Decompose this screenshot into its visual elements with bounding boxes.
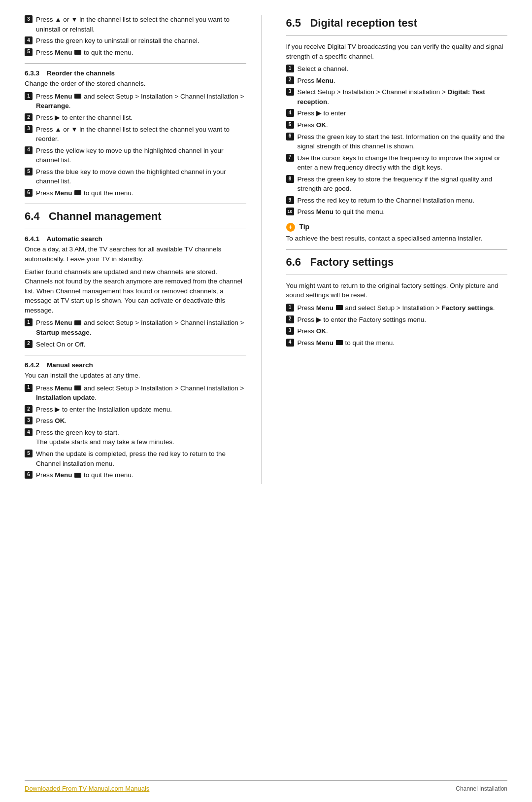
- step-text: Press ▲ or ▼ in the channel list to sele…: [36, 15, 246, 34]
- step-text: Press Menu and select Setup > Installati…: [36, 318, 246, 337]
- menu-icon: [74, 320, 81, 325]
- list-item: 4 Press the green key to start.The updat…: [25, 428, 246, 447]
- right-column: 6.5 Digital reception test If you receiv…: [281, 15, 508, 484]
- step-number: 4: [25, 146, 33, 154]
- list-item: 5 Press the blue key to move down the hi…: [25, 167, 246, 186]
- step-number: 5: [286, 121, 294, 129]
- list-item: 9 Press the red key to return to the Cha…: [286, 196, 508, 206]
- section-65-steps: 1 Select a channel. 2 Press Menu. 3 Sele…: [286, 64, 508, 217]
- menu-icon: [74, 94, 81, 99]
- step-text: Press ▶ to enter: [298, 108, 508, 118]
- tip-label: Tip: [299, 223, 309, 231]
- step-text: Press Menu to quit the menu.: [36, 470, 246, 480]
- step-text: Press Menu to quit the menu.: [298, 207, 508, 217]
- section-65-para: If you receive Digital TV broadcasting y…: [286, 42, 508, 61]
- step-number: 2: [286, 315, 294, 323]
- list-item: 3 Press OK.: [286, 326, 508, 336]
- list-item: 6 Press Menu to quit the menu.: [25, 188, 246, 198]
- menu-icon: [74, 190, 81, 195]
- step-text: Press the green key to store the frequen…: [298, 174, 508, 194]
- list-item: 4 Press the yellow key to move up the hi…: [25, 146, 246, 165]
- step-text: Press the green key to uninstall or rein…: [36, 36, 246, 46]
- menu-icon: [336, 305, 343, 310]
- list-item: 2 Press ▶ to enter the Installation upda…: [25, 405, 246, 415]
- section-65-heading: 6.5 Digital reception test: [286, 17, 508, 30]
- step-text: Press OK.: [36, 416, 246, 426]
- list-item: 2 Select On or Off.: [25, 340, 246, 349]
- divider: [286, 275, 508, 275]
- step-number: 5: [25, 48, 33, 56]
- section-633-title: 6.3.3 Reorder the channels: [25, 70, 246, 77]
- step-number: 3: [25, 15, 33, 23]
- step-number: 5: [25, 450, 33, 457]
- step-number: 1: [286, 65, 294, 72]
- step-number: 3: [286, 88, 294, 96]
- step-text: Press the red key to return to the Chann…: [298, 196, 508, 206]
- list-item: 2 Press ▶ to enter the Factory settings …: [286, 315, 508, 325]
- step-text: Press Menu and select Setup > Installati…: [36, 92, 246, 111]
- step-text: Select a channel.: [298, 64, 508, 74]
- list-item: 10 Press Menu to quit the menu.: [286, 207, 508, 217]
- menu-icon: [74, 473, 81, 478]
- intro-steps: 3 Press ▲ or ▼ in the channel list to se…: [25, 15, 246, 57]
- section-641-para2: Earlier found channels are updated and n…: [25, 267, 246, 315]
- step-text: Press the green key to start.The update …: [36, 428, 246, 447]
- list-item: 3 Press OK.: [25, 416, 246, 426]
- section-642-steps: 1 Press Menu and select Setup > Installa…: [25, 384, 246, 480]
- footer-link[interactable]: Downloaded From TV-Manual.com Manuals: [25, 785, 149, 792]
- list-item: 3 Select Setup > Installation > Channel …: [286, 87, 508, 106]
- step-text: Press the green key to start the test. I…: [298, 132, 508, 151]
- step-number: 1: [25, 92, 33, 100]
- section-66-para: You might want to return to the original…: [286, 281, 508, 300]
- divider: [286, 35, 508, 36]
- list-item: 6 Press the green key to start the test.…: [286, 132, 508, 151]
- list-item: 3 Press ▲ or ▼ in the channel list to se…: [25, 125, 246, 144]
- step-number: 1: [25, 384, 33, 392]
- step-text: Press ▶ to enter the Factory settings me…: [298, 315, 508, 325]
- list-item: 2 Press ▶ to enter the channel list.: [25, 113, 246, 123]
- section-641-steps: 1 Press Menu and select Setup > Installa…: [25, 318, 246, 349]
- list-item: 4 Press ▶ to enter: [286, 108, 508, 118]
- step-text: Press Menu to quit the menu.: [36, 48, 246, 58]
- list-item: 1 Press Menu and select Setup > Installa…: [25, 318, 246, 337]
- menu-icon: [74, 50, 81, 55]
- section-66-heading: 6.6 Factory settings: [286, 256, 508, 269]
- step-text: Select On or Off.: [36, 340, 246, 349]
- list-item: 4 Press the green key to uninstall or re…: [25, 36, 246, 46]
- step-number: 9: [286, 196, 294, 204]
- list-item: 2 Press Menu.: [286, 76, 508, 86]
- step-text: Press Menu to quit the menu.: [298, 338, 508, 348]
- section-66-steps: 1 Press Menu and select Setup > Installa…: [286, 303, 508, 348]
- list-item: 7 Use the cursor keys to change the freq…: [286, 153, 508, 173]
- tip-icon: +: [286, 223, 295, 232]
- step-number: 1: [286, 304, 294, 312]
- divider: [286, 249, 508, 250]
- step-number: 2: [25, 405, 33, 413]
- list-item: 1 Select a channel.: [286, 64, 508, 74]
- step-text: Use the cursor keys to change the freque…: [298, 153, 508, 173]
- step-text: Press Menu and select Setup > Installati…: [36, 384, 246, 403]
- step-text: Press the yellow key to move up the high…: [36, 146, 246, 165]
- step-text: Press ▲ or ▼ in the channel list to sele…: [36, 125, 246, 144]
- tip-text: To achieve the best results, contact a s…: [286, 234, 508, 244]
- step-text: Press ▶ to enter the channel list.: [36, 113, 246, 123]
- list-item: 5 Press OK.: [286, 120, 508, 130]
- step-number: 1: [25, 318, 33, 326]
- list-item: 5 Press Menu to quit the menu.: [25, 48, 246, 58]
- list-item: 1 Press Menu and select Setup > Installa…: [25, 384, 246, 403]
- menu-icon: [74, 385, 81, 390]
- list-item: 6 Press Menu to quit the menu.: [25, 470, 246, 480]
- step-number: 4: [25, 36, 33, 44]
- page: 3 Press ▲ or ▼ in the channel list to se…: [0, 0, 532, 514]
- tip-box: + Tip To achieve the best results, conta…: [286, 223, 508, 244]
- step-text: Press ▶ to enter the Installation update…: [36, 405, 246, 415]
- section-642-title: 6.4.2 Manual search: [25, 361, 246, 369]
- section-633-desc: Change the order of the stored channels.: [25, 79, 246, 89]
- divider: [25, 63, 246, 64]
- section-641-para1: Once a day, at 3 AM, the TV searches for…: [25, 244, 246, 264]
- divider: [25, 229, 246, 229]
- step-number: 4: [286, 109, 294, 117]
- tip-title: + Tip: [286, 223, 508, 232]
- section-642-para1: You can install the updates at any time.: [25, 371, 246, 381]
- step-number: 3: [25, 125, 33, 133]
